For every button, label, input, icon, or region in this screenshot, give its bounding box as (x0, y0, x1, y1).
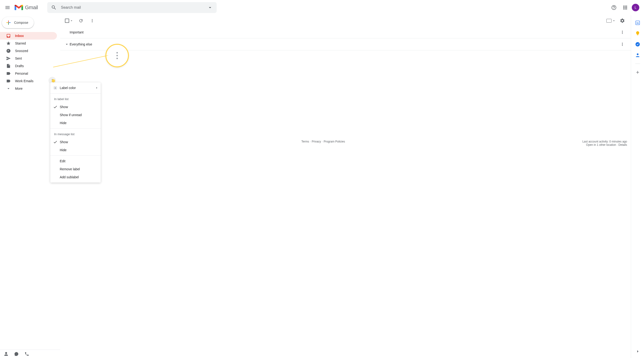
settings-button[interactable] (618, 16, 627, 26)
support-button[interactable] (609, 3, 618, 12)
more-vert-icon (620, 30, 625, 35)
sidebar-item-label: Personal (15, 72, 28, 75)
more-vert-icon (620, 42, 625, 47)
toolbar-right (606, 16, 627, 26)
menu-item-hide-in-label-list[interactable]: Hide (50, 119, 101, 127)
side-panel-add[interactable] (633, 68, 642, 77)
gmail-logo[interactable]: Gmail (14, 4, 38, 11)
hangouts-icon[interactable] (14, 352, 19, 356)
gmail-logo-icon (14, 4, 24, 11)
menu-item-label: Show if unread (60, 113, 82, 117)
section-collapse-toggle[interactable] (64, 42, 70, 47)
section-more-button[interactable] (618, 40, 627, 49)
panel-divider (635, 64, 640, 64)
search-options-button[interactable] (205, 3, 215, 12)
side-panel-keep[interactable] (633, 29, 642, 38)
calendar-icon: 31 (635, 20, 640, 25)
gmail-logo-text: Gmail (25, 5, 38, 11)
side-panel-contacts[interactable] (633, 50, 642, 60)
footer-open-in-text: Open in 1 other location (586, 143, 616, 146)
search-bar[interactable] (47, 2, 217, 13)
section-important: Important (60, 26, 631, 38)
footer-privacy-link[interactable]: Privacy (312, 140, 321, 146)
sidebar-item-snoozed[interactable]: Snoozed (0, 47, 57, 55)
sidebar-item-starred[interactable]: Starred (0, 40, 57, 47)
person-icon[interactable] (4, 352, 8, 356)
app-body: Compose Inbox Starred Snoozed Sent Draft… (0, 15, 644, 358)
side-panel-tasks[interactable] (633, 40, 642, 49)
section-title: Important (70, 30, 84, 34)
menu-item-label-color[interactable]: a Label color (50, 84, 101, 92)
phone-icon[interactable] (24, 352, 29, 356)
file-icon (6, 64, 11, 68)
menu-item-label: Show (60, 140, 68, 144)
main-menu-button[interactable] (2, 2, 13, 13)
sidebar-item-label: Snoozed (15, 49, 28, 53)
footer-terms-link[interactable]: Terms (301, 140, 309, 146)
more-button[interactable] (88, 16, 97, 26)
tasks-icon (635, 42, 640, 47)
footer-activity-text: Last account activity: 0 minutes ago (582, 140, 627, 143)
footer-details-link[interactable]: Details (618, 143, 627, 146)
menu-item-edit[interactable]: Edit (50, 157, 101, 165)
chevron-right-icon (95, 86, 98, 90)
sidebar-item-inbox[interactable]: Inbox (0, 32, 57, 40)
sidebar-item-drafts[interactable]: Drafts (0, 62, 57, 70)
section-header-everything-else[interactable]: Everything else (60, 38, 631, 50)
search-input[interactable] (58, 6, 205, 10)
sidebar-item-sent[interactable]: Sent (0, 55, 57, 62)
sidebar-item-label: Drafts (15, 64, 24, 68)
compose-button[interactable]: Compose (2, 17, 34, 28)
menu-section-header-message-list: In message list (50, 130, 101, 138)
more-vert-icon (90, 18, 94, 23)
mail-toolbar (60, 15, 631, 26)
section-header-important[interactable]: Important (60, 26, 631, 38)
plus-icon (635, 70, 640, 75)
check-icon (53, 140, 58, 144)
keep-icon (635, 31, 640, 36)
select-all-checkbox[interactable] (64, 18, 74, 24)
keyboard-icon (606, 19, 612, 23)
gear-icon (620, 18, 625, 23)
input-tools-button[interactable] (606, 19, 616, 23)
clock-icon (6, 49, 11, 53)
side-panel-calendar[interactable]: 31 (633, 18, 642, 27)
label-context-menu: a Label color In label list Show Show if… (50, 82, 101, 183)
color-swatch-icon: a (54, 86, 57, 90)
menu-item-show-if-unread[interactable]: Show if unread (50, 111, 101, 119)
sidebar-item-personal[interactable]: Personal (0, 70, 57, 77)
apps-grid-icon (622, 5, 628, 10)
account-avatar[interactable]: L (632, 4, 639, 11)
chevron-down-icon[interactable] (70, 19, 74, 23)
section-more-button[interactable] (618, 28, 627, 37)
footer-activity: Last account activity: 0 minutes ago Ope… (582, 140, 627, 146)
menu-item-show-in-label-list[interactable]: Show (50, 103, 101, 111)
footer: Terms · Privacy · Program Policies Last … (64, 140, 627, 146)
sidebar-item-more[interactable]: More (0, 85, 57, 92)
google-apps-button[interactable] (620, 3, 630, 12)
side-panel-collapse[interactable] (633, 347, 642, 356)
menu-item-label: Label color (60, 86, 76, 90)
menu-item-label: Hide (60, 148, 66, 152)
footer-policies-link[interactable]: Program Policies (324, 140, 345, 146)
hamburger-icon (5, 5, 10, 10)
menu-item-add-sublabel[interactable]: Add sublabel (50, 173, 101, 181)
chevron-down-icon (6, 86, 11, 91)
side-panel: 31 (631, 15, 644, 358)
sidebar: Compose Inbox Starred Snoozed Sent Draft… (0, 15, 60, 358)
section-everything-else: Everything else (60, 38, 631, 50)
refresh-icon (78, 18, 83, 23)
chevron-right-icon (635, 349, 640, 354)
refresh-button[interactable] (76, 16, 86, 26)
menu-item-label: Add sublabel (60, 175, 79, 179)
menu-item-show-in-message-list[interactable]: Show (50, 138, 101, 146)
footer-links: Terms · Privacy · Program Policies (301, 140, 345, 146)
menu-item-hide-in-message-list[interactable]: Hide (50, 146, 101, 154)
header-bar: Gmail L (0, 0, 644, 15)
menu-item-label: Edit (60, 159, 66, 163)
menu-item-remove-label[interactable]: Remove label (50, 165, 101, 173)
chat-bottom-bar (0, 349, 60, 358)
search-button[interactable] (49, 3, 58, 12)
svg-point-3 (637, 54, 638, 55)
main-content: Important Everything else Terms (60, 15, 631, 358)
